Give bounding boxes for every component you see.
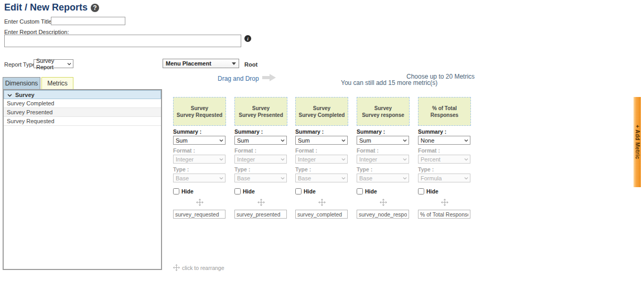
- summary-value: None: [421, 137, 434, 144]
- metric-card-subtitle: Survey Completed: [299, 112, 345, 118]
- move-handle[interactable]: [173, 199, 226, 206]
- summary-value: Sum: [298, 137, 310, 144]
- help-icon[interactable]: ?: [91, 4, 99, 12]
- chevron-down-icon: [281, 158, 285, 160]
- summary-select[interactable]: Sum: [173, 136, 226, 145]
- type-value: Formula: [421, 175, 442, 181]
- arrow-right-icon: [262, 74, 276, 83]
- summary-label: Summary :: [418, 128, 471, 135]
- move-handle[interactable]: [234, 199, 287, 206]
- metric-column: Survey Survey Requested Summary : Sum Fo…: [173, 97, 226, 219]
- summary-value: Sum: [237, 137, 249, 144]
- metric-card-subtitle: Survey Requested: [177, 112, 222, 118]
- metric-name-input[interactable]: [418, 210, 470, 219]
- metric-card-title: Survey: [313, 105, 330, 112]
- metric-card[interactable]: Survey Survey Completed: [295, 97, 348, 126]
- format-label: Format :: [173, 147, 226, 154]
- format-value: Integer: [359, 156, 377, 163]
- move-handle[interactable]: [357, 199, 410, 206]
- chevron-down-icon: [219, 177, 223, 179]
- summary-label: Summary :: [234, 128, 287, 135]
- chevron-down-icon: [464, 158, 468, 160]
- menu-placement-label: Menu Placement: [166, 60, 211, 67]
- tab-metrics[interactable]: Metrics: [41, 77, 73, 89]
- summary-value: Sum: [176, 137, 188, 144]
- add-metric-button[interactable]: + Add Metric: [634, 97, 641, 187]
- rearrange-label: click to rearrange: [182, 265, 224, 271]
- drag-and-drop-text: Drag and Drop: [218, 75, 259, 82]
- metric-card-title: Survey: [374, 105, 392, 112]
- summary-label: Summary :: [295, 128, 348, 135]
- chevron-down-icon: [464, 177, 468, 179]
- summary-select[interactable]: Sum: [234, 136, 287, 145]
- move-handle[interactable]: [418, 199, 471, 206]
- metric-card[interactable]: Survey Survey Requested: [173, 97, 226, 126]
- chevron-down-icon: [232, 62, 236, 65]
- format-value: Integer: [176, 156, 194, 163]
- metric-card[interactable]: Survey Survey response: [357, 97, 410, 126]
- hide-checkbox[interactable]: [234, 188, 241, 194]
- metric-name-input[interactable]: [357, 210, 409, 219]
- summary-select[interactable]: Sum: [295, 136, 348, 145]
- move-icon: [257, 199, 265, 206]
- format-label: Format :: [418, 147, 471, 154]
- info-icon: i: [244, 35, 251, 42]
- metric-name-input[interactable]: [234, 210, 287, 219]
- metric-card-subtitle: Survey response: [362, 112, 404, 118]
- metric-card-title: Survey: [252, 105, 270, 112]
- type-select: Base: [173, 174, 226, 182]
- description-input[interactable]: [4, 35, 241, 47]
- chevron-down-icon: [7, 92, 12, 98]
- hide-label: Hide: [426, 188, 438, 194]
- metric-name-input[interactable]: [295, 210, 348, 219]
- menu-placement-dropdown[interactable]: Menu Placement: [163, 59, 239, 68]
- hide-checkbox[interactable]: [173, 188, 179, 194]
- type-value: Base: [237, 175, 250, 181]
- format-label: Format :: [234, 147, 287, 154]
- hide-checkbox[interactable]: [418, 188, 424, 194]
- hide-label: Hide: [365, 188, 377, 194]
- dimension-list-panel: Survey Survey Completed Survey Presented…: [3, 89, 162, 270]
- metric-card[interactable]: Survey Survey Presented: [234, 97, 287, 126]
- format-label: Format :: [357, 147, 410, 154]
- metric-name-input[interactable]: [173, 210, 226, 219]
- move-icon: [441, 199, 448, 206]
- chevron-down-icon: [403, 177, 407, 179]
- type-select: Base: [295, 174, 348, 182]
- metric-card-title: % of Total Responses: [420, 105, 469, 118]
- summary-label: Summary :: [357, 128, 410, 135]
- list-item-survey-presented[interactable]: Survey Presented: [4, 108, 161, 117]
- move-icon: [318, 199, 326, 206]
- list-item-survey-completed[interactable]: Survey Completed: [4, 99, 161, 108]
- metric-column: % of Total Responses Summary : None Form…: [418, 97, 471, 219]
- list-item-survey-requested[interactable]: Survey Requested: [4, 117, 161, 126]
- add-metric-label: + Add Metric: [635, 125, 640, 159]
- move-icon: [380, 199, 387, 206]
- move-icon: [196, 199, 203, 206]
- metric-card[interactable]: % of Total Responses: [418, 97, 471, 126]
- report-type-select[interactable]: Survey Report: [34, 59, 73, 68]
- metric-column: Survey Survey Completed Summary : Sum Fo…: [295, 97, 348, 219]
- metric-card-title: Survey: [191, 105, 208, 112]
- chevron-down-icon: [281, 139, 285, 142]
- summary-select[interactable]: None: [418, 136, 470, 145]
- metric-column: Survey Survey response Summary : Sum For…: [357, 97, 410, 219]
- tab-dimensions[interactable]: Dimensions: [3, 77, 40, 89]
- report-type-label: Report Type:: [4, 61, 37, 68]
- rearrange-hint[interactable]: click to rearrange: [173, 264, 224, 271]
- hide-checkbox[interactable]: [357, 188, 363, 194]
- chevron-down-icon: [341, 158, 346, 160]
- metric-column: Survey Survey Presented Summary : Sum Fo…: [234, 97, 287, 219]
- format-select: Integer: [357, 155, 409, 164]
- move-handle[interactable]: [295, 199, 348, 206]
- hide-label: Hide: [243, 188, 255, 194]
- format-label: Format :: [295, 147, 348, 154]
- summary-select[interactable]: Sum: [357, 136, 409, 145]
- hide-checkbox[interactable]: [295, 188, 302, 194]
- custom-title-input[interactable]: [51, 17, 125, 25]
- chevron-down-icon: [341, 139, 346, 142]
- survey-group-header[interactable]: Survey: [4, 90, 161, 99]
- type-select: Base: [357, 174, 409, 182]
- type-value: Base: [176, 175, 189, 181]
- hide-label: Hide: [304, 188, 316, 194]
